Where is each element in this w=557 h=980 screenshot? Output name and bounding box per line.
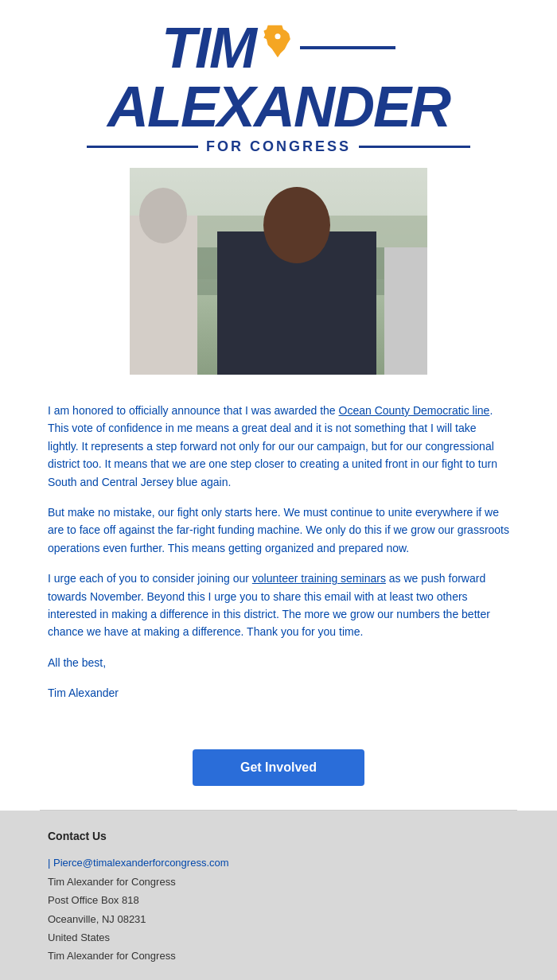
paragraph-1: I am honored to officially announce that… — [48, 402, 509, 491]
hero-photo — [130, 168, 427, 375]
logo-tim-row: TIM — [16, 19, 541, 76]
logo-line-right — [300, 46, 395, 49]
footer-address1: Post Office Box 818 — [48, 891, 509, 909]
volunteer-seminar-link[interactable]: volunteer training seminars — [252, 572, 386, 585]
logo-alexander-text: ALEXANDER — [16, 78, 541, 135]
photo-trees-svg — [130, 168, 427, 375]
paragraph-2: But make no mistake, our fight only star… — [48, 504, 509, 557]
congress-line-right — [359, 146, 470, 148]
logo-for-congress-row: FOR CONGRESS — [16, 138, 541, 155]
get-involved-button[interactable]: Get Involved — [193, 749, 364, 786]
paragraph-3: I urge each of you to consider joining o… — [48, 570, 509, 641]
cta-section: Get Involved — [0, 733, 557, 810]
nj-state-icon — [260, 24, 295, 59]
congress-line-left — [87, 146, 198, 148]
email-content: I am honored to officially announce that… — [0, 383, 557, 733]
svg-point-7 — [263, 187, 330, 263]
closing-2: Tim Alexander — [48, 684, 509, 702]
footer-address2: Oceanville, NJ 08231 — [48, 910, 509, 928]
footer-email[interactable]: | Pierce@timalexanderforcongress.com — [48, 854, 509, 872]
svg-rect-8 — [384, 247, 427, 375]
closing-1: All the best, — [48, 654, 509, 671]
email-link[interactable]: | Pierce@timalexanderforcongress.com — [48, 857, 229, 869]
svg-point-5 — [139, 188, 187, 243]
logo-tim-text: TIM — [162, 19, 255, 76]
svg-point-0 — [275, 33, 280, 39]
ocean-county-link[interactable]: Ocean County Democratic line — [339, 404, 490, 417]
footer-org1: Tim Alexander for Congress — [48, 873, 509, 891]
footer-org2: Tim Alexander for Congress — [48, 947, 509, 965]
congress-text: FOR CONGRESS — [206, 138, 351, 155]
header: TIM ALEXANDER FOR CONGRESS — [0, 0, 557, 383]
contact-us-title: Contact Us — [48, 830, 509, 842]
email-wrapper: TIM ALEXANDER FOR CONGRESS — [0, 0, 557, 980]
footer-info: | Pierce@timalexanderforcongress.com Tim… — [48, 854, 509, 965]
footer-country: United States — [48, 928, 509, 947]
footer: Contact Us | Pierce@timalexanderforcongr… — [0, 811, 557, 980]
logo-alexander: ALEXANDER — [107, 75, 450, 138]
